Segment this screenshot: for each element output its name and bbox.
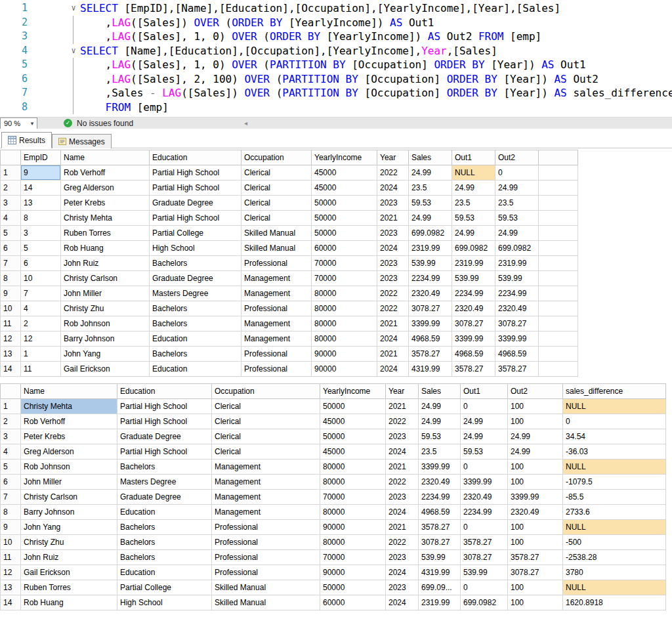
cell[interactable]: -85.5 [563,490,666,505]
cell[interactable]: 2024 [386,565,419,580]
cell[interactable]: 2320.49 [419,475,461,490]
cell[interactable]: 11 [21,362,61,377]
chevron-down-icon[interactable]: ▾ [28,120,37,127]
cell[interactable]: -36.03 [563,444,666,459]
cell[interactable]: 10 [21,271,61,286]
select-all-corner[interactable] [1,384,21,399]
cell[interactable]: 2024 [377,331,409,347]
cell[interactable]: Clerical [212,429,320,444]
code-line[interactable]: ,Sales - LAG([Sales]) OVER (PARTITION BY… [80,86,672,100]
cell[interactable]: 699.0982 [452,241,495,256]
cell[interactable]: -2538.28 [563,550,666,565]
cell[interactable]: 2022 [386,535,419,550]
cell[interactable]: Bachelors [117,520,212,535]
cell[interactable]: John Miller [21,475,117,490]
cell[interactable]: 6 [21,256,61,271]
column-header[interactable]: Name [61,150,150,165]
cell[interactable]: 2021 [377,211,409,226]
cell[interactable]: 70000 [320,550,386,565]
cell[interactable]: 7 [21,286,61,301]
cell[interactable]: 0 [461,520,508,535]
cell[interactable]: 0 [563,414,666,429]
cell[interactable]: 100 [508,475,563,490]
cell[interactable]: Clerical [242,196,312,211]
cell[interactable]: 4968.59 [419,505,461,520]
cell[interactable]: Management [242,286,312,301]
cell[interactable]: 90000 [320,520,386,535]
cell[interactable]: NULL [452,165,495,181]
cell[interactable]: Management [242,271,312,286]
cell[interactable]: 100 [508,580,563,595]
cell[interactable]: 45000 [312,165,377,181]
cell[interactable]: 3078.27 [452,316,495,331]
cell[interactable]: 3578.27 [409,347,452,362]
cell[interactable]: Bachelors [117,550,212,565]
row-header[interactable]: 3 [1,429,21,444]
cell[interactable]: Greg Alderson [61,181,150,196]
cell[interactable]: 2023 [386,490,419,505]
cell[interactable]: 2022 [377,301,409,316]
cell[interactable]: 1620.8918 [563,595,666,610]
cell[interactable]: 90000 [312,362,377,377]
column-header[interactable]: Out1 [461,384,508,399]
cell[interactable]: 60000 [320,595,386,610]
fold-collapse-icon[interactable]: ∨ [71,46,75,55]
cell[interactable]: Rob Verhoff [21,414,117,429]
cell[interactable]: Rob Huang [21,595,117,610]
tab-results[interactable]: Results [1,132,52,148]
cell[interactable]: 24.99 [452,226,495,241]
cell[interactable]: Bachelors [150,301,242,316]
cell[interactable]: Masters Degree [150,286,242,301]
cell[interactable]: 2320.49 [508,505,563,520]
cell[interactable]: Partial College [150,226,242,241]
code-line[interactable]: ,LAG([Sales], 2, 100) OVER (PARTITION BY… [80,72,672,87]
cell[interactable]: 100 [508,459,563,475]
row-header[interactable]: 8 [1,505,21,520]
cell[interactable]: Christy Mehta [21,399,117,414]
cell[interactable]: Christy Mehta [61,211,150,226]
cell[interactable]: 2733.6 [563,505,666,520]
row-header[interactable]: 3 [1,196,21,211]
cell[interactable]: -500 [563,535,666,550]
cell[interactable]: 0 [461,459,508,475]
cell[interactable]: 50000 [312,211,377,226]
cell[interactable]: 2319.99 [452,256,495,271]
cell[interactable]: 3078.27 [461,550,508,565]
cell[interactable]: John Yang [21,520,117,535]
row-header[interactable]: 4 [1,444,21,459]
cell[interactable]: 3780 [563,565,666,580]
row-header[interactable]: 12 [1,331,21,347]
cell[interactable]: 59.53 [419,429,461,444]
code-line[interactable]: ,LAG([Sales], 1, 0) OVER (ORDER BY [Year… [80,30,672,44]
cell[interactable]: 2234.99 [409,271,452,286]
cell[interactable]: 3578.27 [508,550,563,565]
cell[interactable]: 4968.59 [452,347,495,362]
cell[interactable]: 24.99 [461,429,508,444]
row-header[interactable]: 2 [1,414,21,429]
cell[interactable]: -1079.5 [563,475,666,490]
cell[interactable]: Professional [212,535,320,550]
cell[interactable]: Christy Zhu [61,301,150,316]
cell[interactable]: Partial College [117,580,212,595]
row-header[interactable]: 6 [1,475,21,490]
cell[interactable]: 699.0982 [495,241,539,256]
cell[interactable]: Ruben Torres [61,226,150,241]
cell[interactable]: 50000 [312,196,377,211]
cell[interactable]: Bachelors [150,316,242,331]
cell[interactable]: 4 [21,301,61,316]
cell[interactable]: Graduate Degree [150,196,242,211]
cell[interactable]: Management [212,505,320,520]
cell[interactable]: John Ruiz [21,550,117,565]
row-header[interactable]: 13 [1,580,21,595]
cell[interactable]: Graduate Degree [117,429,212,444]
cell[interactable]: 3399.99 [452,331,495,347]
cell[interactable]: 4968.59 [409,331,452,347]
cell[interactable]: Education [150,331,242,347]
cell[interactable]: 90000 [320,565,386,580]
cell[interactable]: 70000 [312,271,377,286]
cell[interactable]: John Ruiz [61,256,150,271]
cell[interactable]: 2022 [377,286,409,301]
cell[interactable]: Peter Krebs [61,196,150,211]
cell[interactable]: 699.09... [419,580,461,595]
cell[interactable]: 59.53 [452,211,495,226]
